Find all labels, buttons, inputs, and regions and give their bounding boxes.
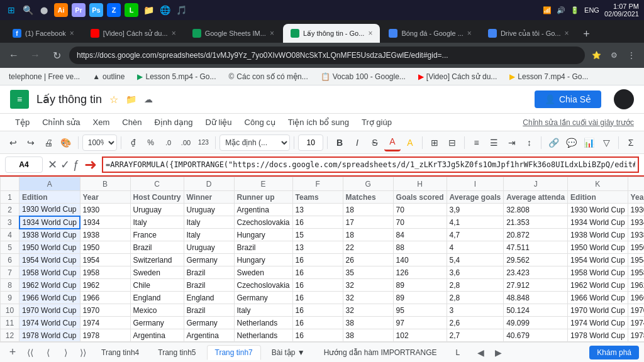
table-cell[interactable]: 1938 World Cup	[19, 229, 80, 241]
table-cell[interactable]: 1974 World Cup	[19, 317, 80, 329]
forward-button[interactable]: →	[26, 47, 44, 64]
table-cell[interactable]: 84	[393, 229, 447, 241]
table-cell[interactable]: Uruguay	[184, 241, 234, 254]
tab-video[interactable]: [Video] Cách sử du... ×	[83, 24, 184, 43]
link-button[interactable]: 🔗	[545, 134, 562, 151]
table-cell[interactable]: 1958 World Cup	[568, 266, 628, 279]
sheet-nav-right-right[interactable]: ⟩⟩	[75, 345, 91, 360]
text-rotate-button[interactable]: ↕	[521, 134, 538, 151]
sheet-nav-left[interactable]: ⟨	[40, 345, 55, 360]
zalo-icon[interactable]: Z	[107, 3, 121, 17]
add-sheet-button[interactable]: +	[5, 345, 20, 360]
table-cell[interactable]: 97	[393, 317, 447, 329]
user-avatar[interactable]	[614, 89, 634, 109]
table-cell[interactable]: 1950 World Cup	[568, 241, 628, 254]
currency-button[interactable]: ₫	[125, 134, 142, 151]
table-cell[interactable]: 70	[393, 216, 447, 229]
table-cell[interactable]: Italy	[130, 216, 184, 229]
align-left-button[interactable]: ≡	[469, 134, 485, 151]
spotify-icon[interactable]: 🎵	[175, 4, 187, 16]
col-header-b[interactable]: B	[80, 177, 130, 191]
table-cell[interactable]: Brazil	[184, 279, 234, 292]
back-button[interactable]: ←	[5, 47, 23, 64]
col-header-i[interactable]: I	[447, 177, 504, 191]
table-cell[interactable]: 1930	[80, 204, 130, 216]
table-cell[interactable]: Italy	[184, 229, 234, 241]
menu-xem[interactable]: Xem	[88, 115, 115, 129]
merge-button[interactable]: ⊟	[444, 134, 460, 151]
table-cell[interactable]: 1938	[80, 229, 130, 241]
table-cell[interactable]: Netherlands	[234, 329, 292, 342]
table-cell[interactable]: 1954 World Cup	[568, 254, 628, 266]
menu-tien-ich[interactable]: Tiện ích bổ sung	[283, 115, 354, 129]
tab-video-close[interactable]: ×	[172, 29, 176, 38]
windows-icon[interactable]: ⊞	[5, 4, 18, 16]
col-header-e[interactable]: E	[234, 177, 292, 191]
menu-dinh-dang[interactable]: Định dạng	[149, 115, 197, 129]
reload-button[interactable]: ↻	[48, 47, 65, 64]
filter-button[interactable]: ▽	[598, 134, 614, 151]
menu-tep[interactable]: Tệp	[10, 115, 35, 129]
table-cell[interactable]: 126	[393, 266, 447, 279]
table-cell[interactable]: 1978 World Cup	[568, 329, 628, 342]
sheet-prev-button[interactable]: ◀	[473, 345, 488, 360]
comment-button[interactable]: 💬	[563, 134, 579, 151]
table-cell[interactable]: 1954	[80, 254, 130, 266]
table-cell[interactable]: Sweden	[234, 266, 292, 279]
sheet-tab-l[interactable]: L	[448, 345, 469, 360]
menu-cong-cu[interactable]: Công cụ	[240, 115, 280, 129]
table-cell[interactable]: Germany	[184, 254, 234, 266]
table-cell[interactable]: 16	[292, 254, 343, 266]
tab-facebook[interactable]: f (1) Facebook ×	[5, 24, 82, 43]
table-cell[interactable]: 1938	[628, 229, 644, 241]
table-cell[interactable]: 13	[292, 204, 343, 216]
table-cell[interactable]: 1958 World Cup	[19, 266, 80, 279]
table-cell[interactable]: 1954	[628, 254, 644, 266]
table-cell[interactable]: 16	[292, 216, 343, 229]
table-cell[interactable]: 102	[393, 329, 447, 342]
sheet-next-button[interactable]: ▶	[491, 345, 506, 360]
table-cell[interactable]: 1934	[628, 216, 644, 229]
folder-nav-icon[interactable]: 📁	[126, 94, 136, 104]
format-number-button[interactable]: 123	[195, 134, 211, 151]
percent-button[interactable]: %	[143, 134, 159, 151]
strikethrough-button[interactable]: S	[367, 134, 383, 151]
bookmark-conso[interactable]: © Các con số có mện...	[225, 71, 312, 82]
table-cell[interactable]: Winner	[184, 191, 234, 204]
table-cell[interactable]: Germany	[184, 317, 234, 329]
table-cell[interactable]: 1962 World Cup	[19, 279, 80, 292]
table-cell[interactable]: 32	[343, 304, 393, 317]
table-cell[interactable]: Brazil	[234, 241, 292, 254]
ext-icon-2[interactable]: ⚙	[606, 48, 621, 63]
table-cell[interactable]: Year	[628, 191, 644, 204]
cloud-icon[interactable]: ☁	[144, 94, 153, 104]
table-cell[interactable]: 2,8	[447, 292, 504, 304]
table-cell[interactable]: 21.353	[504, 216, 568, 229]
table-cell[interactable]: 1934 World Cup	[19, 216, 80, 229]
table-cell[interactable]: 1974	[80, 317, 130, 329]
table-cell[interactable]: 2,7	[447, 329, 504, 342]
tab-sheets-img-close[interactable]: ×	[270, 29, 274, 38]
table-cell[interactable]: 1938 World Cup	[568, 229, 628, 241]
bookmark-video2[interactable]: ▶ [Video] Cách sử du...	[414, 71, 501, 82]
table-cell[interactable]: 50.124	[504, 304, 568, 317]
table-cell[interactable]: 1966 World Cup	[19, 292, 80, 304]
chart-button[interactable]: 📊	[580, 134, 597, 151]
table-cell[interactable]: Brazil	[130, 241, 184, 254]
table-cell[interactable]: 1970	[80, 304, 130, 317]
table-cell[interactable]: 16	[292, 266, 343, 279]
table-cell[interactable]: Runner up	[234, 191, 292, 204]
table-cell[interactable]: 35	[343, 266, 393, 279]
table-cell[interactable]: 1958	[80, 266, 130, 279]
table-cell[interactable]: 88	[393, 241, 447, 254]
bookmark-vocab[interactable]: 📋 Vocab 100 - Google...	[317, 71, 409, 82]
table-cell[interactable]: 1930 World Cup	[568, 204, 628, 216]
sheet-nav-right[interactable]: ⟩	[58, 345, 73, 360]
table-cell[interactable]: Teams	[292, 191, 343, 204]
table-cell[interactable]: 16	[292, 329, 343, 342]
decimal-inc-button[interactable]: .00	[178, 134, 194, 151]
table-cell[interactable]: 40.679	[504, 329, 568, 342]
table-cell[interactable]: Czechoslovakia	[234, 216, 292, 229]
premiere-icon[interactable]: Pr	[72, 3, 86, 17]
menu-chen[interactable]: Chèn	[117, 115, 147, 129]
